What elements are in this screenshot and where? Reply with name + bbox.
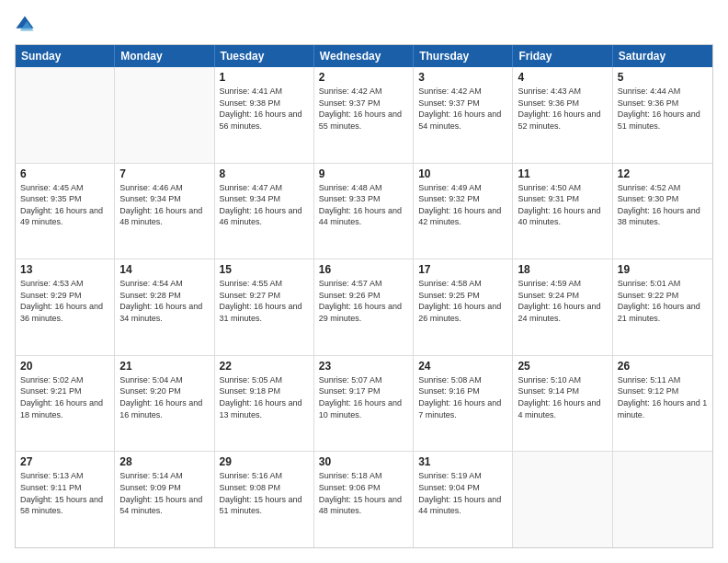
day-number: 26 (618, 360, 708, 373)
day-info: Sunrise: 5:11 AM Sunset: 9:12 PM Dayligh… (618, 374, 708, 420)
day-info: Sunrise: 4:42 AM Sunset: 9:37 PM Dayligh… (418, 86, 507, 132)
day-number: 9 (319, 167, 408, 180)
day-number: 27 (20, 455, 109, 468)
day-cell-26: 26Sunrise: 5:11 AM Sunset: 9:12 PM Dayli… (613, 356, 712, 452)
day-cell-8: 8Sunrise: 4:47 AM Sunset: 9:34 PM Daylig… (215, 164, 314, 259)
day-cell-30: 30Sunrise: 5:18 AM Sunset: 9:06 PM Dayli… (314, 452, 414, 547)
header-day-sunday: Sunday (16, 45, 115, 67)
empty-cell (115, 67, 214, 163)
day-cell-31: 31Sunrise: 5:19 AM Sunset: 9:04 PM Dayli… (414, 452, 513, 547)
day-info: Sunrise: 4:58 AM Sunset: 9:25 PM Dayligh… (418, 278, 507, 324)
empty-cell (613, 452, 712, 547)
day-info: Sunrise: 4:55 AM Sunset: 9:27 PM Dayligh… (220, 278, 309, 324)
empty-cell (513, 452, 612, 547)
header-day-wednesday: Wednesday (314, 45, 414, 67)
day-cell-12: 12Sunrise: 4:52 AM Sunset: 9:30 PM Dayli… (613, 164, 712, 259)
day-number: 22 (220, 360, 309, 373)
day-cell-3: 3Sunrise: 4:42 AM Sunset: 9:37 PM Daylig… (414, 67, 513, 163)
day-cell-19: 19Sunrise: 5:01 AM Sunset: 9:22 PM Dayli… (613, 259, 712, 355)
day-number: 23 (319, 360, 408, 373)
day-number: 17 (418, 263, 507, 276)
day-number: 15 (220, 263, 309, 276)
day-cell-15: 15Sunrise: 4:55 AM Sunset: 9:27 PM Dayli… (215, 259, 314, 355)
day-cell-4: 4Sunrise: 4:43 AM Sunset: 9:36 PM Daylig… (513, 67, 612, 163)
day-info: Sunrise: 4:42 AM Sunset: 9:37 PM Dayligh… (319, 86, 408, 132)
day-cell-23: 23Sunrise: 5:07 AM Sunset: 9:17 PM Dayli… (314, 356, 414, 452)
day-info: Sunrise: 4:54 AM Sunset: 9:28 PM Dayligh… (119, 278, 209, 324)
day-cell-5: 5Sunrise: 4:44 AM Sunset: 9:36 PM Daylig… (613, 67, 712, 163)
header-day-monday: Monday (115, 45, 214, 67)
day-info: Sunrise: 5:14 AM Sunset: 9:09 PM Dayligh… (119, 470, 209, 516)
header-day-thursday: Thursday (414, 45, 513, 67)
day-number: 3 (418, 71, 507, 84)
calendar-header: SundayMondayTuesdayWednesdayThursdayFrid… (16, 45, 712, 67)
day-number: 13 (20, 263, 109, 276)
day-number: 7 (119, 167, 209, 180)
day-number: 29 (220, 455, 309, 468)
empty-cell (16, 67, 115, 163)
day-info: Sunrise: 5:10 AM Sunset: 9:14 PM Dayligh… (518, 374, 607, 420)
day-cell-1: 1Sunrise: 4:41 AM Sunset: 9:38 PM Daylig… (215, 67, 314, 163)
header (15, 15, 713, 35)
header-day-friday: Friday (513, 45, 612, 67)
calendar-body: 1Sunrise: 4:41 AM Sunset: 9:38 PM Daylig… (16, 67, 712, 547)
day-cell-14: 14Sunrise: 4:54 AM Sunset: 9:28 PM Dayli… (115, 259, 214, 355)
day-cell-24: 24Sunrise: 5:08 AM Sunset: 9:16 PM Dayli… (414, 356, 513, 452)
day-number: 31 (418, 455, 507, 468)
day-cell-13: 13Sunrise: 4:53 AM Sunset: 9:29 PM Dayli… (16, 259, 115, 355)
day-info: Sunrise: 5:13 AM Sunset: 9:11 PM Dayligh… (20, 470, 109, 516)
day-cell-21: 21Sunrise: 5:04 AM Sunset: 9:20 PM Dayli… (115, 356, 214, 452)
day-cell-11: 11Sunrise: 4:50 AM Sunset: 9:31 PM Dayli… (513, 164, 612, 259)
day-number: 14 (119, 263, 209, 276)
day-info: Sunrise: 4:44 AM Sunset: 9:36 PM Dayligh… (618, 86, 708, 132)
day-number: 6 (20, 167, 109, 180)
day-info: Sunrise: 5:01 AM Sunset: 9:22 PM Dayligh… (618, 278, 708, 324)
day-number: 4 (518, 71, 607, 84)
day-number: 10 (418, 167, 507, 180)
day-info: Sunrise: 5:16 AM Sunset: 9:08 PM Dayligh… (220, 470, 309, 516)
day-info: Sunrise: 4:52 AM Sunset: 9:30 PM Dayligh… (618, 182, 708, 228)
day-number: 16 (319, 263, 408, 276)
day-info: Sunrise: 5:18 AM Sunset: 9:06 PM Dayligh… (319, 470, 408, 516)
day-cell-29: 29Sunrise: 5:16 AM Sunset: 9:08 PM Dayli… (215, 452, 314, 547)
day-cell-27: 27Sunrise: 5:13 AM Sunset: 9:11 PM Dayli… (16, 452, 115, 547)
day-cell-10: 10Sunrise: 4:49 AM Sunset: 9:32 PM Dayli… (414, 164, 513, 259)
day-cell-22: 22Sunrise: 5:05 AM Sunset: 9:18 PM Dayli… (215, 356, 314, 452)
day-cell-20: 20Sunrise: 5:02 AM Sunset: 9:21 PM Dayli… (16, 356, 115, 452)
day-number: 28 (119, 455, 209, 468)
day-number: 24 (418, 360, 507, 373)
day-cell-7: 7Sunrise: 4:46 AM Sunset: 9:34 PM Daylig… (115, 164, 214, 259)
calendar: SundayMondayTuesdayWednesdayThursdayFrid… (15, 44, 713, 548)
day-cell-17: 17Sunrise: 4:58 AM Sunset: 9:25 PM Dayli… (414, 259, 513, 355)
week-row-4: 20Sunrise: 5:02 AM Sunset: 9:21 PM Dayli… (16, 356, 712, 453)
day-cell-9: 9Sunrise: 4:48 AM Sunset: 9:33 PM Daylig… (314, 164, 414, 259)
day-info: Sunrise: 4:41 AM Sunset: 9:38 PM Dayligh… (220, 86, 309, 132)
day-info: Sunrise: 4:45 AM Sunset: 9:35 PM Dayligh… (20, 182, 109, 228)
week-row-5: 27Sunrise: 5:13 AM Sunset: 9:11 PM Dayli… (16, 452, 712, 547)
day-cell-16: 16Sunrise: 4:57 AM Sunset: 9:26 PM Dayli… (314, 259, 414, 355)
day-number: 2 (319, 71, 408, 84)
day-number: 30 (319, 455, 408, 468)
day-info: Sunrise: 4:50 AM Sunset: 9:31 PM Dayligh… (518, 182, 607, 228)
day-number: 11 (518, 167, 607, 180)
week-row-3: 13Sunrise: 4:53 AM Sunset: 9:29 PM Dayli… (16, 259, 712, 356)
day-info: Sunrise: 5:04 AM Sunset: 9:20 PM Dayligh… (119, 374, 209, 420)
day-info: Sunrise: 4:53 AM Sunset: 9:29 PM Dayligh… (20, 278, 109, 324)
day-info: Sunrise: 4:59 AM Sunset: 9:24 PM Dayligh… (518, 278, 607, 324)
week-row-2: 6Sunrise: 4:45 AM Sunset: 9:35 PM Daylig… (16, 164, 712, 260)
day-number: 5 (618, 71, 708, 84)
day-number: 20 (20, 360, 109, 373)
day-number: 12 (618, 167, 708, 180)
page: SundayMondayTuesdayWednesdayThursdayFrid… (0, 0, 728, 563)
day-cell-18: 18Sunrise: 4:59 AM Sunset: 9:24 PM Dayli… (513, 259, 612, 355)
day-info: Sunrise: 4:48 AM Sunset: 9:33 PM Dayligh… (319, 182, 408, 228)
day-cell-6: 6Sunrise: 4:45 AM Sunset: 9:35 PM Daylig… (16, 164, 115, 259)
day-info: Sunrise: 4:46 AM Sunset: 9:34 PM Dayligh… (119, 182, 209, 228)
day-info: Sunrise: 5:07 AM Sunset: 9:17 PM Dayligh… (319, 374, 408, 420)
logo (15, 15, 39, 35)
day-number: 25 (518, 360, 607, 373)
day-cell-28: 28Sunrise: 5:14 AM Sunset: 9:09 PM Dayli… (115, 452, 214, 547)
day-info: Sunrise: 4:57 AM Sunset: 9:26 PM Dayligh… (319, 278, 408, 324)
day-cell-2: 2Sunrise: 4:42 AM Sunset: 9:37 PM Daylig… (314, 67, 414, 163)
day-info: Sunrise: 4:47 AM Sunset: 9:34 PM Dayligh… (220, 182, 309, 228)
